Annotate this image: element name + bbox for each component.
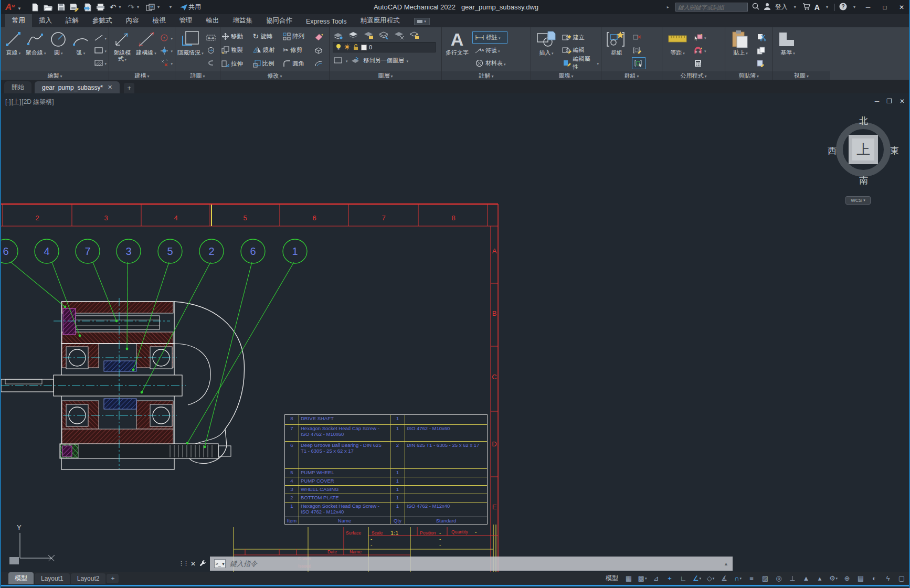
rotate-button[interactable]: ↻旋轉 bbox=[253, 29, 280, 43]
layout-tab[interactable]: Layout2 bbox=[71, 573, 106, 584]
save-button[interactable] bbox=[57, 3, 65, 11]
save-as-button[interactable] bbox=[70, 3, 79, 12]
bom-row[interactable]: 7Hexagon Socket Head Cap Screw - ISO 476… bbox=[285, 424, 487, 441]
transparency-toggle[interactable]: ▨ bbox=[760, 573, 770, 584]
chevron-down-icon[interactable]: ▾ bbox=[713, 576, 715, 581]
command-close-icon[interactable]: ✕ bbox=[191, 560, 196, 568]
point-icon[interactable] bbox=[159, 45, 170, 56]
layer-properties-icon[interactable] bbox=[333, 30, 343, 40]
panel-title-block[interactable]: 圖塊 bbox=[531, 71, 601, 80]
layer-state-icon[interactable] bbox=[348, 30, 358, 40]
layout-tab[interactable]: Layout1 bbox=[35, 573, 70, 584]
viewport-view-control[interactable]: [上] bbox=[12, 98, 22, 105]
customize-wrench-icon[interactable] bbox=[199, 560, 206, 568]
infer-constraints-toggle[interactable]: ⊿ bbox=[651, 573, 661, 584]
isolate-objects-toggle[interactable]: ◐ bbox=[869, 573, 880, 584]
command-bar-grip[interactable]: ⋮⋮ bbox=[178, 560, 188, 567]
close-icon[interactable]: ✕ bbox=[108, 84, 112, 91]
app-store-cart-icon[interactable] bbox=[802, 3, 810, 12]
workspace-toggle[interactable]: ⚙▾ bbox=[828, 573, 839, 584]
group-button[interactable]: 群組 bbox=[604, 30, 630, 71]
autoscale-toggle[interactable]: ▴ bbox=[814, 573, 825, 584]
copy-button[interactable]: 複製 bbox=[221, 43, 250, 57]
magnet-icon[interactable] bbox=[693, 45, 703, 56]
block-create-icon[interactable] bbox=[562, 32, 572, 42]
help-icon[interactable]: ? bbox=[839, 3, 847, 12]
bom-row[interactable]: 2BOTTOM PLATE1 bbox=[285, 494, 487, 502]
command-history-icon[interactable]: ▲ bbox=[724, 561, 728, 566]
block-edit-label[interactable]: 編輯 bbox=[573, 46, 585, 54]
ribbon-tab[interactable]: 參數式 bbox=[86, 14, 119, 27]
maximize-button[interactable]: □ bbox=[879, 4, 891, 11]
ribbon-tab[interactable]: 管理 bbox=[173, 14, 199, 27]
stretch-button[interactable]: 拉伸 bbox=[221, 57, 250, 70]
chevron-down-icon[interactable] bbox=[504, 60, 506, 67]
bom-row[interactable]: 6Deep Groove Ball Bearing - DIN 625 T1 -… bbox=[285, 441, 487, 468]
layer-select-combo[interactable]: 0 bbox=[333, 42, 436, 52]
hide-situation-button[interactable]: 隱藏情況 bbox=[177, 30, 204, 71]
ribbon-tab[interactable]: 協同合作 bbox=[259, 14, 299, 27]
object-snap-tracking-toggle[interactable]: ∡ bbox=[719, 573, 729, 584]
chevron-down-icon[interactable]: ▾ bbox=[836, 576, 838, 581]
ucs-icon[interactable]: Y bbox=[9, 523, 55, 564]
command-input-area[interactable]: >_ ▾ 鍵入指令 ▲ bbox=[210, 557, 733, 571]
chevron-down-icon[interactable] bbox=[171, 60, 173, 66]
panel-title-group[interactable]: 群組 bbox=[601, 71, 662, 80]
quick-properties-toggle[interactable]: ▤ bbox=[855, 573, 866, 584]
ribbon-tab[interactable]: 增益集 bbox=[226, 14, 260, 27]
layer-on-bulb-icon[interactable] bbox=[335, 44, 342, 51]
move-button[interactable]: 移動 bbox=[221, 29, 250, 43]
annotation-monitor-toggle[interactable]: ⊕ bbox=[842, 573, 852, 584]
print-button[interactable] bbox=[96, 3, 105, 11]
paste-button[interactable]: 貼上 bbox=[727, 30, 754, 71]
ortho-toggle[interactable]: ∟ bbox=[678, 573, 689, 584]
viewcube-top-face[interactable]: 上 bbox=[849, 135, 878, 164]
offset-button[interactable] bbox=[314, 57, 329, 70]
dimension-icon[interactable] bbox=[474, 32, 485, 42]
panel-title-modify[interactable]: 修改 bbox=[220, 71, 329, 80]
file-tab-start[interactable]: 開始 bbox=[4, 81, 31, 93]
bom-icon[interactable] bbox=[474, 58, 484, 69]
paste-special-icon[interactable] bbox=[756, 58, 766, 69]
calculator-icon[interactable] bbox=[693, 58, 703, 69]
panel-title-draw[interactable]: 繪製 bbox=[1, 71, 109, 80]
chevron-down-icon[interactable] bbox=[499, 34, 501, 40]
new-tab-button[interactable]: + bbox=[124, 83, 134, 93]
layout-tab[interactable]: 模型 bbox=[8, 572, 34, 584]
chevron-down-icon[interactable] bbox=[171, 35, 173, 41]
layer-lock-icon[interactable] bbox=[409, 30, 419, 40]
file-tab-document[interactable]: gear_pump_subassy*✕ bbox=[35, 81, 120, 93]
close-button[interactable]: ✕ bbox=[895, 4, 908, 11]
move-to-layer-icon[interactable] bbox=[351, 55, 361, 66]
detail-s-icon[interactable] bbox=[206, 58, 216, 68]
copy-clip-icon[interactable] bbox=[756, 45, 766, 56]
drawing-canvas[interactable]: [-][上][2D 線架構] ─❐✕ bbox=[1, 93, 910, 572]
layer-freeze-icon[interactable] bbox=[378, 30, 389, 40]
block-edit-icon[interactable] bbox=[562, 45, 572, 55]
polyline-button[interactable]: 聚合線 bbox=[26, 30, 46, 71]
chevron-down-icon[interactable] bbox=[105, 35, 107, 41]
command-input-placeholder[interactable]: 鍵入指令 bbox=[230, 559, 724, 569]
erase-button[interactable] bbox=[314, 29, 329, 43]
doc-close-button[interactable]: ✕ bbox=[900, 98, 905, 105]
isodraft-toggle[interactable]: ◇▾ bbox=[705, 573, 716, 584]
share-button[interactable]: 共用 bbox=[179, 3, 201, 12]
dynamic-ucs-toggle[interactable]: ⊥ bbox=[787, 573, 798, 584]
viewcube-north[interactable]: 北 bbox=[859, 115, 868, 127]
undo-button[interactable]: ↶▾ bbox=[110, 3, 123, 12]
panel-title-view[interactable]: 視圖 bbox=[773, 71, 830, 80]
panel-title-utilities[interactable]: 公用程式 bbox=[662, 71, 725, 80]
base-view-button[interactable]: 基準 bbox=[775, 30, 801, 71]
layer-unlock-icon[interactable] bbox=[353, 44, 359, 51]
snap-mode-toggle[interactable]: ▩▾ bbox=[637, 573, 648, 584]
edit-attribute-label[interactable]: 編輯屬性 bbox=[573, 55, 596, 71]
ray-mode-button[interactable]: 射線模式 bbox=[111, 30, 133, 71]
bom-row[interactable]: 3WHEEL CASING1 bbox=[285, 485, 487, 494]
bom-label[interactable]: 材料表 bbox=[485, 59, 503, 67]
signin-label[interactable]: 登入 bbox=[775, 3, 788, 12]
hatch-icon[interactable] bbox=[93, 58, 104, 68]
layer-color-swatch[interactable] bbox=[361, 45, 367, 50]
trim-button[interactable]: ✂修剪 bbox=[283, 43, 311, 57]
bom-table[interactable]: 8DRIVE SHAFT17Hexagon Socket Head Cap Sc… bbox=[284, 414, 488, 525]
layer-thaw-sun-icon[interactable] bbox=[344, 44, 351, 51]
